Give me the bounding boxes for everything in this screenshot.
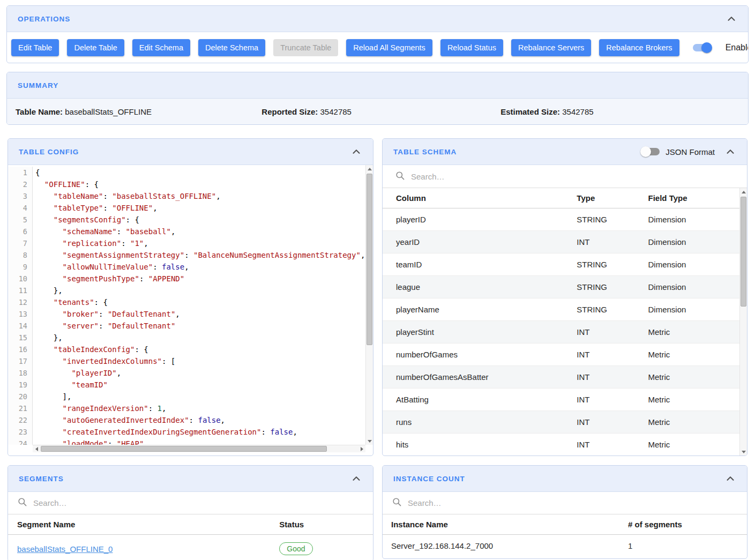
op-button-edit-schema[interactable]: Edit Schema [132,39,190,56]
segment-link[interactable]: baseballStats_OFFLINE_0 [17,544,113,554]
line-text: "segmentPushType": "APPEND" [33,273,184,285]
summary-field-value: baseballStats_OFFLINE [65,107,152,116]
code-line: 10 "segmentPushType": "APPEND" [8,273,373,285]
code-line: 12 "tenants": { [8,296,373,308]
table-schema-header: TABLE SCHEMA JSON Format [383,139,747,165]
code-line: 14 "server": "DefaultTenant" [8,320,373,332]
code-line: 3 "tableName": "baseballStats_OFFLINE", [8,190,373,202]
op-button-truncate-table: Truncate Table [273,39,338,56]
table-row: yearIDINTDimension [383,231,739,253]
table-row: Server_192.168.144.2_70001 [383,535,747,557]
vertical-scrollbar[interactable] [739,188,747,456]
op-button-rebalance-servers[interactable]: Rebalance Servers [511,39,591,56]
op-button-edit-table[interactable]: Edit Table [11,39,59,56]
table-cell: AtBatting [383,389,568,411]
table-row: playerIDSTRINGDimension [383,208,739,231]
line-number: 8 [8,249,33,261]
instance-table-body: Server_192.168.144.2_70001 [383,535,747,557]
code-area: 1{2 "OFFLINE": {3 "tableName": "baseball… [8,165,373,445]
op-button-reload-status[interactable]: Reload Status [440,39,503,56]
chevron-up-icon[interactable] [350,146,362,158]
line-number: 10 [8,273,33,285]
table-cell: Metric [640,411,739,434]
table-cell: Dimension [640,298,739,321]
line-number: 23 [8,426,33,438]
table-cell: Metric [640,321,739,344]
table-cell: Metric [640,344,739,366]
table-row: leagueSTRINGDimension [383,276,739,298]
table-cell: playerID [383,208,568,231]
table-cell: STRING [568,276,639,298]
line-number: 14 [8,320,33,332]
table-cell: yearID [383,231,568,253]
line-text: "autoGeneratedInvertedIndex": false, [33,414,225,426]
line-text: "allowNullTimeValue": false, [33,261,189,273]
table-cell: INT [568,389,639,411]
table-cell: runs [383,411,568,434]
line-number: 1 [8,167,33,178]
line-number: 3 [8,190,33,202]
table-schema-panel: TABLE SCHEMA JSON Format Column [382,138,747,456]
search-input[interactable] [408,498,738,507]
table-cell: INT [568,231,639,253]
code-line: 23 "createInvertedIndexDuringSegmentGene… [8,426,373,438]
enable-toggle[interactable] [692,42,712,53]
summary-field-label: Table Name: [16,107,63,116]
json-format-toggle[interactable] [640,146,661,157]
schema-search-row [383,165,747,188]
code-line: 24 "loadMode": "HEAP", [8,438,373,445]
segments-title: SEGMENTS [19,475,64,483]
search-icon [392,497,402,509]
horizontal-scrollbar[interactable] [33,445,365,452]
code-line: 7 "replication": "1", [8,237,373,249]
table-cell: baseballStats_OFFLINE_0 [8,535,271,560]
table-config-title: TABLE CONFIG [19,148,79,156]
code-line: 20 ], [8,391,373,402]
line-number: 13 [8,308,33,320]
chevron-up-icon[interactable] [724,146,736,158]
line-text: "broker": "DefaultTenant", [33,308,180,320]
summary-field-label: Reported Size: [261,107,318,116]
op-button-reload-all-segments[interactable]: Reload All Segments [346,39,432,56]
table-row: baseballStats_OFFLINE_0Good [8,535,373,560]
op-button-delete-table[interactable]: Delete Table [67,39,124,56]
chevron-up-icon[interactable] [724,473,736,484]
instance-count-panel: INSTANCE COUNT Instance Name # of segmen… [382,465,747,559]
chevron-up-icon[interactable] [726,13,737,25]
table-cell: Metric [640,366,739,389]
code-editor[interactable]: 1{2 "OFFLINE": {3 "tableName": "baseball… [8,165,373,452]
summary-header: SUMMARY [7,72,748,99]
table-cell: INT [568,321,639,344]
line-number: 20 [8,391,33,402]
line-number: 12 [8,296,33,308]
line-text: }, [33,285,63,296]
table-row: teamIDSTRINGDimension [383,253,739,276]
table-cell: Good [271,535,373,560]
summary-field: Estimated Size: 3542785 [500,107,739,116]
line-number: 2 [8,178,33,190]
vertical-scrollbar[interactable] [365,165,373,445]
table-row: numberOfGamesAsBatterINTMetric [383,366,739,389]
search-input[interactable] [411,172,735,181]
line-text: ], [33,391,71,402]
operations-header: OPERATIONS [7,6,748,32]
segments-table-body: baseballStats_OFFLINE_0Good [8,535,373,560]
op-button-rebalance-brokers[interactable]: Rebalance Brokers [599,39,679,56]
search-input[interactable] [33,498,364,507]
code-line: 16 "tableIndexConfig": { [8,344,373,355]
line-number: 6 [8,226,33,237]
table-cell: hits [383,434,568,456]
table-cell: INT [568,434,639,456]
op-button-delete-schema[interactable]: Delete Schema [198,39,265,56]
schema-table-body: playerIDSTRINGDimensionyearIDINTDimensio… [383,208,739,456]
summary-title: SUMMARY [18,81,58,89]
line-text: "invertedIndexColumns": [ [33,355,175,367]
code-line: 5 "segmentsConfig": { [8,214,373,226]
table-config-header: TABLE CONFIG [8,139,373,165]
line-number: 5 [8,214,33,226]
chevron-up-icon[interactable] [350,473,362,484]
code-line: 21 "rangeIndexVersion": 1, [8,402,373,414]
enable-label: Enable [726,43,749,53]
line-text: }, [33,332,63,344]
column-header: Instance Name [383,514,619,535]
